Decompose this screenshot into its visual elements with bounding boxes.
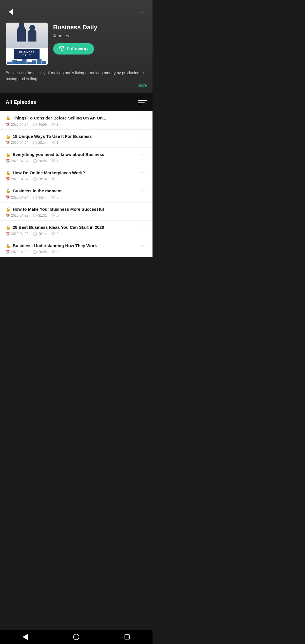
episode-item[interactable]: 🔒 Everything you need to know about Busi…: [0, 148, 152, 166]
episode-duration-value: 34:44: [38, 195, 47, 199]
episode-meta: 📅 2020-04-22 🕐 28:14 🤍 0: [6, 232, 147, 236]
episode-likes: 🤍 0: [51, 214, 58, 217]
episode-more-button[interactable]: ···: [140, 170, 147, 175]
episode-title: How Do Online Marketplaces Work?: [13, 170, 85, 176]
episode-date-value: 2020-04-22: [11, 214, 28, 217]
description-text: Business is the activity of making one's…: [6, 70, 147, 82]
clock-icon: 🕐: [33, 232, 37, 236]
episodes-section: All Episodes: [0, 93, 152, 111]
heart-icon: 🤍: [51, 123, 55, 127]
episode-item[interactable]: 🔒 Things To Consider Before Selling On A…: [0, 111, 152, 130]
calendar-icon: 📅: [6, 195, 10, 199]
cover-chart: [7, 58, 46, 64]
heart-icon: 🤍: [51, 214, 55, 217]
episode-title: Business: Understanding How They Work: [13, 243, 97, 249]
podcast-info: BUSINESS DAILY Business Daily Jane Lee: [6, 23, 147, 65]
more-link[interactable]: more: [6, 83, 147, 88]
calendar-icon: 📅: [6, 250, 10, 254]
episode-likes-value: 1: [56, 159, 58, 163]
episode-title-left: 🔒 Everything you need to know about Busi…: [6, 152, 138, 157]
episode-item[interactable]: 🔒 How Do Online Marketplaces Work? ··· 📅…: [0, 166, 152, 184]
episode-title-row: 🔒 How to Make Your Business More Success…: [6, 206, 147, 212]
episodes-title: All Episodes: [6, 99, 36, 105]
top-nav: ···: [6, 7, 147, 17]
calendar-icon: 📅: [6, 123, 10, 127]
episode-date: 📅 2020-04-22: [6, 214, 28, 217]
follow-icon: [59, 46, 64, 52]
episode-date-value: 2020-04-24: [11, 123, 28, 127]
episode-title: Everything you need to know about Busine…: [13, 152, 104, 157]
chart-bar: [12, 60, 17, 64]
episode-likes: 🤍 0: [51, 177, 58, 181]
cover-label-box: BUSINESS DAILY: [14, 49, 40, 59]
episode-duration-value: 31:31: [38, 214, 47, 217]
clock-icon: 🕐: [33, 159, 37, 163]
episode-date: 📅 2020-04-22: [6, 250, 28, 254]
episode-title-left: 🔒 18 Unique Ways To Use It For Business: [6, 134, 138, 139]
back-chevron-icon: [9, 9, 13, 15]
episode-duration-value: 20:25: [38, 159, 47, 163]
episode-duration: 🕐 34:44: [33, 195, 47, 199]
episode-meta: 📅 2020-04-22 🕐 20:25 🤍 0: [6, 250, 147, 254]
silhouette-left: [17, 26, 26, 42]
episode-likes: 🤍 3: [51, 123, 58, 127]
clock-icon: 🕐: [33, 141, 37, 145]
episode-duration: 🕐 20:25: [33, 159, 47, 163]
episode-more-button[interactable]: ···: [140, 134, 147, 139]
clock-icon: 🕐: [33, 214, 37, 217]
heart-icon: 🤍: [51, 159, 55, 163]
clock-icon: 🕐: [33, 123, 37, 127]
episode-meta: 📅 2020-04-24 🕐 34:44 🤍 0: [6, 195, 147, 199]
episode-date-value: 2020-04-24: [11, 195, 28, 199]
episode-title-row: 🔒 Business: Understanding How They Work …: [6, 243, 147, 249]
episode-item[interactable]: 🔒 Business in the moment ··· 📅 2020-04-2…: [0, 184, 152, 203]
episode-item[interactable]: 🔒 18 Unique Ways To Use It For Business …: [0, 130, 152, 148]
cover-label-subtitle: DAILY: [17, 54, 37, 57]
episode-date: 📅 2020-04-24: [6, 195, 28, 199]
filter-button[interactable]: [138, 98, 147, 107]
episode-duration: 🕐 28:14: [33, 232, 47, 236]
clock-icon: 🕐: [33, 250, 37, 254]
calendar-icon: 📅: [6, 214, 10, 217]
episode-more-button[interactable]: ···: [140, 206, 147, 212]
lock-icon: 🔒: [6, 116, 10, 120]
chart-bar: [7, 62, 12, 64]
episode-title-left: 🔒 How to Make Your Business More Success…: [6, 206, 138, 212]
clock-icon: 🕐: [33, 195, 37, 199]
lock-icon: 🔒: [6, 189, 10, 193]
episode-title-left: 🔒 How Do Online Marketplaces Work?: [6, 170, 138, 176]
more-button[interactable]: ···: [137, 7, 147, 17]
episode-likes: 🤍 1: [51, 141, 58, 145]
episode-more-button[interactable]: ···: [140, 115, 147, 120]
lock-icon: 🔒: [6, 225, 10, 230]
follow-button[interactable]: Following: [53, 43, 94, 55]
episode-more-button[interactable]: ···: [140, 243, 147, 248]
episode-item[interactable]: 🔒 Business: Understanding How They Work …: [0, 239, 152, 257]
episode-likes-value: 0: [56, 214, 58, 217]
episode-more-button[interactable]: ···: [140, 225, 147, 230]
silhouette-right: [28, 29, 36, 42]
episode-title: Business in the moment: [13, 188, 62, 194]
episode-date: 📅 2020-04-24: [6, 141, 28, 145]
episode-more-button[interactable]: ···: [140, 152, 147, 157]
episode-date: 📅 2020-04-24: [6, 177, 28, 181]
episode-date: 📅 2020-04-22: [6, 232, 28, 236]
episode-likes-value: 0: [56, 177, 58, 181]
clock-icon: 🕐: [33, 177, 37, 181]
episode-duration: 🕐 44:59: [33, 123, 47, 127]
back-button[interactable]: [6, 7, 16, 17]
chart-bar: [32, 60, 37, 64]
episode-duration-value: 20:25: [38, 250, 47, 254]
calendar-icon: 📅: [6, 232, 10, 236]
episode-item[interactable]: 🔒 28 Best Business Ideas You Can Start i…: [0, 221, 152, 239]
episode-meta: 📅 2020-04-24 🕐 44:59 🤍 3: [6, 123, 147, 127]
episode-date: 📅 2020-04-24: [6, 159, 28, 163]
episode-duration-value: 28:14: [38, 177, 47, 181]
episode-more-button[interactable]: ···: [140, 188, 147, 193]
podcast-description: Business is the activity of making one's…: [6, 70, 147, 88]
episode-item[interactable]: 🔒 How to Make Your Business More Success…: [0, 203, 152, 221]
episode-date-value: 2020-04-22: [11, 250, 28, 254]
episode-title: How to Make Your Business More Successfu…: [13, 206, 104, 212]
episode-duration: 🕐 31:31: [33, 214, 47, 217]
heart-icon: 🤍: [51, 232, 55, 236]
